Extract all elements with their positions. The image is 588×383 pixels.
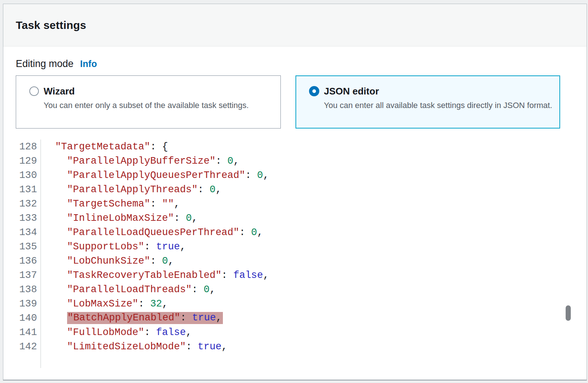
- code-text: "TargetMetadata": {: [41, 140, 168, 154]
- radio-unselected-icon[interactable]: [29, 86, 39, 96]
- code-text: "FullLobMode": false,: [41, 325, 192, 339]
- code-line-131[interactable]: 131 "ParallelApplyThreads": 0,: [16, 182, 573, 197]
- code-text: "InlineLobMaxSize": 0,: [41, 211, 198, 225]
- code-text: "ParallelLoadQueuesPerThread": 0,: [41, 225, 263, 239]
- line-number: 129: [16, 154, 41, 168]
- code-text: "SupportLobs": true,: [41, 239, 186, 254]
- line-number: 133: [16, 211, 41, 225]
- code-text: "TargetSchema": "",: [41, 197, 180, 211]
- line-number: 131: [16, 182, 41, 197]
- json-code-editor[interactable]: 128 "TargetMetadata": {129 "ParallelAppl…: [16, 140, 573, 368]
- code-line-142[interactable]: 142 "LimitedSizeLobMode": true,: [16, 339, 573, 354]
- panel-title: Task settings: [16, 19, 86, 31]
- code-text: "ParallelApplyQueuesPerThread": 0,: [41, 168, 269, 182]
- editing-mode-option-json-editor[interactable]: JSON editor You can enter all available …: [295, 75, 561, 129]
- line-number: 136: [16, 254, 41, 268]
- code-line-128[interactable]: 128 "TargetMetadata": {: [16, 140, 573, 154]
- line-number: 130: [16, 168, 41, 182]
- line-number: 137: [16, 268, 41, 282]
- code-text: "TaskRecoveryTableEnabled": false,: [41, 268, 269, 282]
- info-link[interactable]: Info: [80, 59, 97, 69]
- code-text: "LimitedSizeLobMode": true,: [41, 339, 227, 354]
- code-text: "ParallelLoadThreads": 0,: [41, 282, 216, 297]
- code-line-139[interactable]: 139 "LobMaxSize": 32,: [16, 297, 573, 311]
- wizard-option-description: You can enter only a subset of the avail…: [44, 100, 249, 111]
- json-editor-option-label: JSON editor: [324, 85, 552, 97]
- code-text: "LobChunkSize": 0,: [41, 254, 174, 268]
- code-line-130[interactable]: 130 "ParallelApplyQueuesPerThread": 0,: [16, 168, 573, 182]
- line-number: 128: [16, 140, 41, 154]
- code-line-134[interactable]: 134 "ParallelLoadQueuesPerThread": 0,: [16, 225, 573, 239]
- code-text: "ParallelApplyThreads": 0,: [41, 182, 221, 197]
- panel-body: Editing mode Info Wizard You can enter o…: [3, 47, 587, 368]
- editing-mode-option-wizard[interactable]: Wizard You can enter only a subset of th…: [16, 75, 281, 129]
- line-number: 140: [16, 311, 41, 325]
- editor-scrollbar-thumb[interactable]: [566, 305, 571, 321]
- line-number: 135: [16, 239, 41, 254]
- highlighted-code: "BatchApplyEnabled": true,: [67, 312, 223, 324]
- line-number: 138: [16, 282, 41, 297]
- code-text: "ParallelApplyBufferSize": 0,: [41, 154, 239, 168]
- code-line-138[interactable]: 138 "ParallelLoadThreads": 0,: [16, 282, 573, 297]
- code-line-140[interactable]: 140 "BatchApplyEnabled": true,: [16, 311, 573, 325]
- code-line-141[interactable]: 141 "FullLobMode": false,: [16, 325, 573, 339]
- json-editor-option-description: You can enter all available task setting…: [324, 100, 552, 111]
- editing-mode-label: Editing mode: [16, 58, 74, 70]
- line-number: 139: [16, 297, 41, 311]
- code-text: "BatchApplyEnabled": true,: [41, 311, 223, 325]
- task-settings-panel: Task settings Editing mode Info Wizard Y…: [3, 4, 587, 380]
- line-number: 132: [16, 197, 41, 211]
- code-line-133[interactable]: 133 "InlineLobMaxSize": 0,: [16, 211, 573, 225]
- line-number: 134: [16, 225, 41, 239]
- code-line-136[interactable]: 136 "LobChunkSize": 0,: [16, 254, 573, 268]
- code-line-137[interactable]: 137 "TaskRecoveryTableEnabled": false,: [16, 268, 573, 282]
- code-line-135[interactable]: 135 "SupportLobs": true,: [16, 239, 573, 254]
- page: Task settings Editing mode Info Wizard Y…: [0, 0, 588, 383]
- code-line-129[interactable]: 129 "ParallelApplyBufferSize": 0,: [16, 154, 573, 168]
- radio-selected-icon[interactable]: [309, 86, 319, 96]
- panel-header: Task settings: [3, 4, 587, 47]
- line-number: 141: [16, 325, 41, 339]
- line-number: [16, 354, 41, 368]
- code-line-empty[interactable]: [16, 354, 573, 368]
- code-line-132[interactable]: 132 "TargetSchema": "",: [16, 197, 573, 211]
- wizard-option-text: Wizard You can enter only a subset of th…: [44, 85, 249, 111]
- editing-mode-row: Editing mode Info: [16, 58, 573, 70]
- code-text: "LobMaxSize": 32,: [41, 297, 168, 311]
- wizard-option-label: Wizard: [44, 85, 249, 97]
- editing-mode-options: Wizard You can enter only a subset of th…: [16, 75, 573, 129]
- json-editor-option-text: JSON editor You can enter all available …: [324, 85, 552, 111]
- line-number: 142: [16, 339, 41, 354]
